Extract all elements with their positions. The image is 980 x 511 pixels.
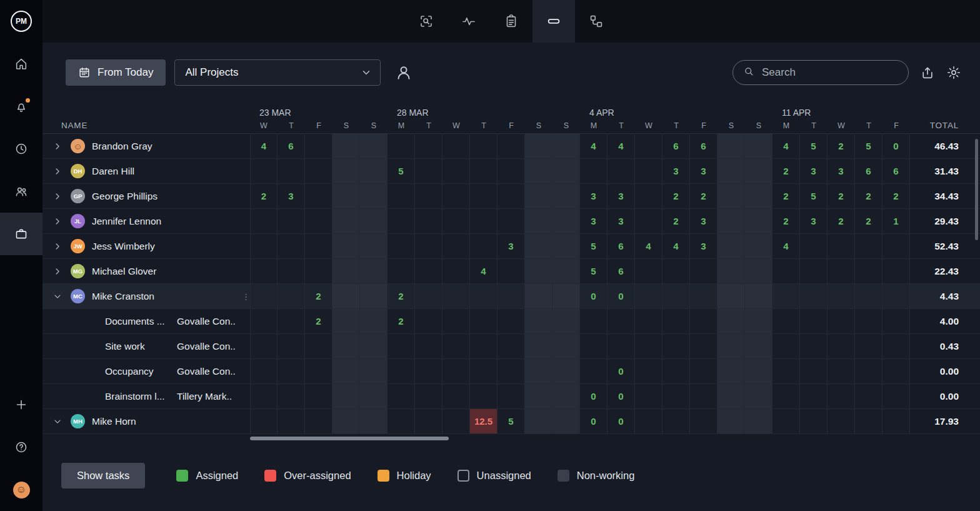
- day-cell[interactable]: [745, 259, 772, 283]
- day-cell[interactable]: [250, 409, 278, 433]
- day-cell[interactable]: [718, 159, 745, 183]
- chevron-right-icon[interactable]: [52, 216, 65, 226]
- day-cell[interactable]: 2: [388, 284, 415, 308]
- day-cell[interactable]: [388, 134, 415, 158]
- day-cell[interactable]: [498, 259, 525, 283]
- app-logo[interactable]: PM: [0, 0, 42, 43]
- day-cell[interactable]: [718, 359, 745, 383]
- export-icon[interactable]: [920, 65, 935, 80]
- day-cell[interactable]: [415, 284, 442, 308]
- day-cell[interactable]: [635, 309, 662, 333]
- day-cell[interactable]: [690, 284, 718, 308]
- day-cell[interactable]: [388, 184, 415, 208]
- day-cell[interactable]: [855, 234, 882, 258]
- day-cell[interactable]: 5: [388, 159, 415, 183]
- day-cell[interactable]: [498, 334, 525, 358]
- day-cell[interactable]: 2: [662, 184, 690, 208]
- day-cell[interactable]: [442, 259, 470, 283]
- day-cell[interactable]: [278, 384, 305, 408]
- day-cell[interactable]: 1: [882, 209, 910, 233]
- day-cell[interactable]: [525, 259, 552, 283]
- day-cell[interactable]: [360, 134, 388, 158]
- day-cell[interactable]: [552, 334, 580, 358]
- day-cell[interactable]: 2: [388, 309, 415, 333]
- day-cell[interactable]: [332, 359, 360, 383]
- day-cell[interactable]: [772, 359, 800, 383]
- day-cell[interactable]: 4: [635, 234, 662, 258]
- day-cell[interactable]: [250, 309, 278, 333]
- day-cell[interactable]: [305, 209, 332, 233]
- day-cell[interactable]: [498, 309, 525, 333]
- day-cell[interactable]: [855, 309, 882, 333]
- day-cell[interactable]: [718, 209, 745, 233]
- day-cell[interactable]: 0: [608, 384, 635, 408]
- day-cell[interactable]: [305, 384, 332, 408]
- day-cell[interactable]: [470, 134, 498, 158]
- day-cell[interactable]: [882, 234, 910, 258]
- day-cell[interactable]: 3: [800, 209, 828, 233]
- day-cell[interactable]: [882, 409, 910, 433]
- day-cell[interactable]: [332, 134, 360, 158]
- day-cell[interactable]: 2: [305, 309, 332, 333]
- day-cell[interactable]: [278, 159, 305, 183]
- day-cell[interactable]: [332, 409, 360, 433]
- chevron-down-icon[interactable]: [52, 291, 65, 301]
- day-cell[interactable]: [635, 409, 662, 433]
- drag-handle-icon[interactable]: ⋮⋮: [242, 291, 250, 301]
- day-cell[interactable]: [442, 234, 470, 258]
- day-cell[interactable]: [470, 234, 498, 258]
- day-cell[interactable]: [305, 184, 332, 208]
- day-cell[interactable]: [552, 209, 580, 233]
- day-cell[interactable]: [470, 184, 498, 208]
- day-cell[interactable]: [388, 234, 415, 258]
- day-cell[interactable]: [635, 384, 662, 408]
- day-cell[interactable]: [525, 384, 552, 408]
- day-cell[interactable]: [745, 309, 772, 333]
- day-cell[interactable]: 2: [828, 184, 855, 208]
- day-cell[interactable]: 6: [662, 134, 690, 158]
- day-cell[interactable]: [718, 284, 745, 308]
- day-cell[interactable]: [855, 384, 882, 408]
- horizontal-scrollbar[interactable]: [250, 437, 449, 440]
- day-cell[interactable]: [745, 334, 772, 358]
- day-cell[interactable]: [855, 334, 882, 358]
- day-cell[interactable]: [332, 384, 360, 408]
- top-tab-workload-bar[interactable]: [532, 0, 575, 43]
- project-filter-dropdown[interactable]: All Projects: [174, 59, 381, 86]
- day-cell[interactable]: [388, 334, 415, 358]
- day-cell[interactable]: [332, 209, 360, 233]
- day-cell[interactable]: 2: [690, 184, 718, 208]
- day-cell[interactable]: [498, 209, 525, 233]
- day-cell[interactable]: [250, 384, 278, 408]
- day-cell[interactable]: [305, 159, 332, 183]
- day-cell[interactable]: [498, 359, 525, 383]
- day-cell[interactable]: [635, 359, 662, 383]
- day-cell[interactable]: [718, 334, 745, 358]
- day-cell[interactable]: [635, 259, 662, 283]
- day-cell[interactable]: [250, 284, 278, 308]
- day-cell[interactable]: [278, 259, 305, 283]
- day-cell[interactable]: [442, 334, 470, 358]
- task-name-cell[interactable]: Documents ...Govalle Con..: [42, 309, 250, 333]
- day-cell[interactable]: [525, 359, 552, 383]
- day-cell[interactable]: [745, 359, 772, 383]
- day-cell[interactable]: [882, 359, 910, 383]
- day-cell[interactable]: [718, 309, 745, 333]
- day-cell[interactable]: [415, 184, 442, 208]
- day-cell[interactable]: [718, 134, 745, 158]
- day-cell[interactable]: [442, 134, 470, 158]
- day-cell[interactable]: [360, 359, 388, 383]
- top-tab-clipboard[interactable]: [490, 0, 532, 43]
- day-cell[interactable]: [772, 409, 800, 433]
- day-cell[interactable]: 2: [828, 209, 855, 233]
- day-cell[interactable]: [745, 134, 772, 158]
- day-cell[interactable]: 5: [800, 184, 828, 208]
- day-cell[interactable]: [552, 359, 580, 383]
- day-cell[interactable]: [718, 409, 745, 433]
- day-cell[interactable]: [828, 334, 855, 358]
- person-name-cell[interactable]: DHDaren Hill: [42, 159, 250, 183]
- person-name-cell[interactable]: MGMichael Glover: [42, 259, 250, 283]
- sidebar-item-help[interactable]: [0, 426, 42, 468]
- day-cell[interactable]: [332, 184, 360, 208]
- day-cell[interactable]: 0: [608, 409, 635, 433]
